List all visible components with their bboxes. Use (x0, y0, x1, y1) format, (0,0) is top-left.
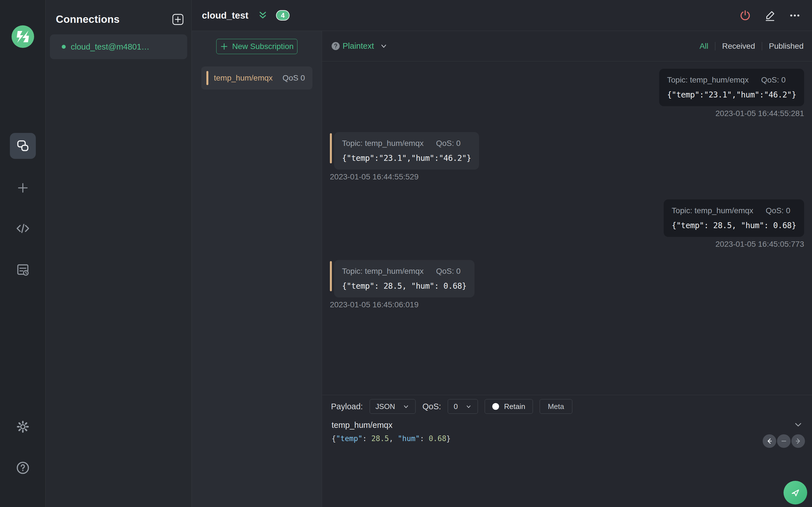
chevron-down-icon (794, 420, 803, 430)
nav-rail (0, 0, 46, 507)
send-icon (790, 487, 801, 499)
page-title: cloud_test (202, 10, 248, 21)
publish-composer: Payload: JSON QoS: 0 (322, 395, 812, 507)
payload-format-help-icon[interactable] (331, 41, 341, 51)
message-block: Topic: temp_hum/emqx QoS: 0 {"temp":"23.… (659, 69, 804, 118)
question-circle-icon (331, 41, 341, 51)
filter-divider (715, 42, 715, 50)
connection-item[interactable]: cloud_test@m4801… (50, 34, 187, 59)
subscription-topic: temp_hum/emqx (214, 73, 283, 82)
send-button[interactable] (783, 481, 807, 504)
gear-icon (15, 419, 31, 434)
payload-label: Payload: (331, 402, 363, 411)
sidebar-item-connections[interactable] (10, 133, 36, 159)
sidebar-item-new-connection[interactable] (15, 180, 31, 195)
unread-count-badge: 4 (276, 10, 290, 20)
new-subscription-button[interactable]: New Subscription (216, 39, 297, 54)
history-nav (763, 434, 805, 448)
chevron-down-icon (379, 42, 388, 50)
connections-panel: Connections cloud_test@m4801… (46, 0, 192, 507)
message-payload: {"temp": 28.5, "hum": 0.68} (342, 281, 467, 291)
chevron-down-icon (465, 403, 472, 410)
payload-format-value: Plaintext (343, 41, 374, 51)
message-topic: Topic: temp_hum/emqx (342, 267, 423, 276)
message-bubble[interactable]: Topic: temp_hum/emqx QoS: 0 {"temp":"23.… (334, 132, 479, 170)
sidebar-item-script[interactable] (15, 221, 31, 236)
filter-divider (762, 42, 762, 50)
connection-status-dot (62, 45, 66, 49)
sidebar-item-log[interactable] (15, 262, 31, 277)
arrow-left-icon (765, 437, 773, 445)
message-filters: AllReceivedPublished (700, 42, 804, 51)
filter-all[interactable]: All (700, 42, 708, 51)
subscriptions-column: New Subscription temp_hum/emqx QoS 0 (192, 31, 322, 507)
message-block: Topic: temp_hum/emqx QoS: 0 {"temp": 28.… (330, 260, 474, 309)
retain-indicator-dot (492, 403, 499, 410)
connection-name: cloud_test@m4801… (71, 42, 149, 52)
message-timestamp: 2023-01-05 16:45:06:019 (330, 300, 419, 309)
add-connection-button[interactable] (172, 13, 184, 25)
retain-toggle[interactable]: Retain (485, 399, 533, 414)
qos-select[interactable]: 0 (448, 399, 477, 414)
message-timestamp: 2023-01-05 16:44:55:529 (330, 172, 419, 181)
double-chevron-down-icon (257, 10, 269, 21)
message-timestamp: 2023-01-05 16:45:05:773 (716, 240, 804, 249)
connection-header: cloud_test 4 (192, 0, 812, 31)
arrow-right-icon (794, 437, 802, 445)
message-block: Topic: temp_hum/emqx QoS: 0 {"temp":"23.… (330, 132, 479, 181)
message-block: Topic: temp_hum/emqx QoS: 0 {"temp": 28.… (664, 200, 804, 249)
main-region: cloud_test 4 (192, 0, 812, 507)
plus-square-icon (172, 13, 184, 25)
power-icon (739, 9, 752, 22)
history-clear-button[interactable] (777, 434, 791, 448)
log-icon (15, 262, 30, 277)
filter-received[interactable]: Received (722, 42, 755, 51)
sidebar-item-settings[interactable] (15, 419, 31, 434)
message-bubble[interactable]: Topic: temp_hum/emqx QoS: 0 {"temp":"23.… (659, 69, 804, 106)
message-list: Topic: temp_hum/emqx QoS: 0 {"temp":"23.… (322, 61, 812, 395)
collapse-composer-button[interactable] (794, 420, 803, 431)
message-bubble[interactable]: Topic: temp_hum/emqx QoS: 0 {"temp": 28.… (664, 200, 804, 237)
plus-icon (16, 181, 30, 194)
history-next-button[interactable] (792, 434, 805, 448)
code-icon (15, 221, 30, 236)
subscription-qos: QoS 0 (283, 73, 305, 82)
more-options-button[interactable] (788, 9, 801, 22)
edit-connection-button[interactable] (763, 9, 776, 22)
message-bubble[interactable]: Topic: temp_hum/emqx QoS: 0 {"temp": 28.… (334, 260, 474, 297)
topic-input[interactable]: temp_hum/emqx (322, 420, 812, 430)
sidebar-item-help[interactable] (15, 460, 31, 475)
message-color-bar (330, 133, 332, 163)
connections-title: Connections (56, 13, 119, 25)
payload-type-select[interactable]: JSON (370, 399, 416, 414)
connections-icon (15, 138, 30, 153)
messages-column: Plaintext AllReceivedPublished Topic: te… (322, 31, 812, 507)
message-qos: QoS: 0 (761, 75, 785, 84)
message-qos: QoS: 0 (436, 139, 460, 148)
subscription-color-bar (206, 71, 208, 85)
pencil-icon (763, 9, 776, 22)
message-topic: Topic: temp_hum/emqx (672, 206, 753, 215)
disconnect-button[interactable] (739, 9, 752, 22)
plus-icon (220, 42, 229, 51)
message-timestamp: 2023-01-05 16:44:55:281 (716, 109, 804, 118)
collapse-panel-button[interactable] (257, 10, 269, 21)
message-qos: QoS: 0 (436, 267, 460, 276)
subscription-item[interactable]: temp_hum/emqx QoS 0 (201, 66, 312, 90)
message-topic: Topic: temp_hum/emqx (342, 139, 423, 148)
payload-format-select[interactable]: Plaintext (341, 41, 388, 51)
ellipsis-icon (788, 9, 801, 22)
mqttx-logo (11, 25, 34, 48)
filter-published[interactable]: Published (769, 42, 804, 51)
messages-toolbar: Plaintext AllReceivedPublished (322, 31, 812, 61)
meta-button[interactable]: Meta (540, 399, 572, 414)
help-icon (15, 460, 31, 475)
message-payload: {"temp": 28.5, "hum": 0.68} (672, 221, 796, 230)
message-payload: {"temp":"23.1","hum":"46.2"} (667, 90, 796, 100)
qos-label: QoS: (422, 402, 441, 411)
payload-editor[interactable]: {"temp": 28.5, "hum": 0.68} (322, 434, 812, 443)
message-payload: {"temp":"23.1","hum":"46.2"} (342, 154, 471, 163)
history-prev-button[interactable] (763, 434, 776, 448)
message-qos: QoS: 0 (766, 206, 790, 215)
minus-icon (780, 437, 788, 445)
